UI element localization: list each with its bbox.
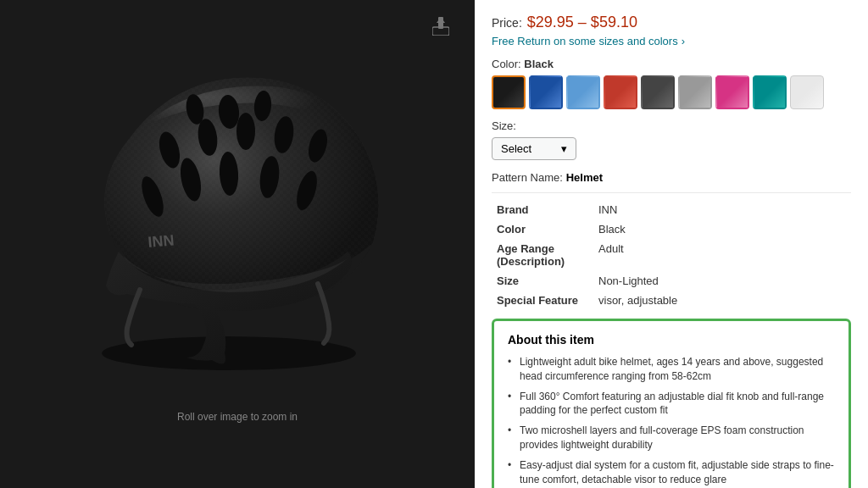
swatch-pink[interactable]	[715, 75, 749, 109]
svg-text:INN: INN	[147, 231, 175, 251]
share-icon[interactable]	[432, 17, 449, 40]
about-bullet-2: Full 360° Comfort featuring an adjustabl…	[508, 390, 835, 419]
product-details-panel: Price: $29.95 – $59.10 Free Return on so…	[475, 0, 868, 488]
swatch-gray[interactable]	[678, 75, 712, 109]
spec-key-age: Age Range(Description)	[492, 239, 593, 271]
size-label: Size:	[492, 119, 851, 132]
divider	[492, 192, 851, 193]
price-label: Price:	[492, 16, 522, 30]
spec-val-age: Adult	[593, 239, 851, 271]
select-label: Select	[501, 142, 531, 155]
about-bullet-1: Lightweight adult bike helmet, ages 14 y…	[508, 355, 835, 384]
spec-row-brand: Brand INN	[492, 200, 851, 219]
pattern-label: Pattern Name:	[492, 171, 563, 184]
color-name-value: Black	[524, 58, 554, 70]
spec-key-brand: Brand	[492, 200, 593, 219]
pattern-value: Helmet	[566, 171, 603, 184]
product-image-panel: INN Roll over image to zoom in	[0, 0, 475, 488]
about-bullet-4: Easy-adjust dial system for a custom fit…	[508, 458, 835, 487]
spec-row-feature: Special Feature visor, adjustable	[492, 291, 851, 310]
roll-over-text: Roll over image to zoom in	[177, 411, 298, 423]
color-swatches-container	[492, 75, 851, 109]
size-select-dropdown[interactable]: Select ▾	[492, 137, 576, 160]
swatch-black[interactable]	[492, 75, 526, 109]
about-bullet-3: Two microshell layers and full-coverage …	[508, 424, 835, 452]
swatch-lightblue[interactable]	[566, 75, 600, 109]
spec-row-color: Color Black	[492, 219, 851, 239]
helmet-image: INN	[59, 65, 415, 404]
price-value: $29.95 – $59.10	[527, 14, 637, 31]
spec-key-size: Size	[492, 271, 593, 291]
swatch-teal[interactable]	[753, 75, 787, 109]
swatch-darkgray[interactable]	[641, 75, 675, 109]
free-return-link[interactable]: Free Return on some sizes and colors ›	[492, 35, 851, 47]
free-return-arrow: ›	[682, 35, 685, 47]
spec-key-color: Color	[492, 219, 593, 239]
pattern-section: Pattern Name: Helmet	[492, 170, 851, 184]
about-list: Lightweight adult bike helmet, ages 14 y…	[508, 355, 835, 488]
spec-row-size: Size Non-Lighted	[492, 271, 851, 291]
spec-key-feature: Special Feature	[492, 291, 593, 310]
swatch-white[interactable]	[790, 75, 824, 109]
spec-val-feature: visor, adjustable	[593, 291, 851, 310]
color-section: Color: Black	[492, 58, 851, 109]
specs-table: Brand INN Color Black Age Range(Descript…	[492, 200, 851, 310]
about-this-item-box: About this item Lightweight adult bike h…	[492, 319, 851, 488]
dropdown-arrow-icon: ▾	[561, 142, 567, 155]
swatch-red[interactable]	[604, 75, 637, 109]
about-title: About this item	[508, 333, 835, 347]
spec-val-size: Non-Lighted	[593, 271, 851, 291]
svg-point-7	[102, 336, 356, 370]
color-label: Color: Black	[492, 58, 851, 70]
free-return-text: Free Return on some sizes and colors	[492, 35, 678, 47]
svg-marker-1	[437, 17, 445, 23]
svg-point-13	[236, 113, 255, 150]
swatch-blue[interactable]	[529, 75, 563, 109]
spec-val-color: Black	[593, 219, 851, 239]
size-section: Size: Select ▾	[492, 119, 851, 160]
spec-row-age: Age Range(Description) Adult	[492, 239, 851, 271]
price-row: Price: $29.95 – $59.10	[492, 14, 851, 31]
spec-val-brand: INN	[593, 200, 851, 219]
